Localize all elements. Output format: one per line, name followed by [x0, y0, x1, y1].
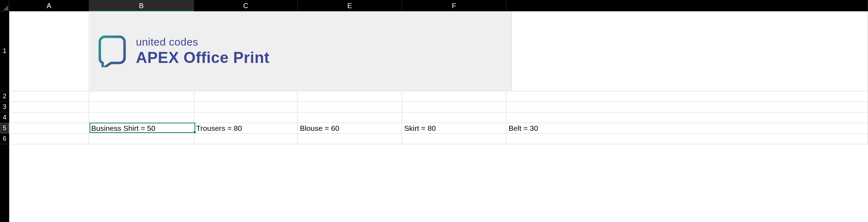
cell-A2[interactable]	[9, 91, 89, 102]
row-header-label: 6	[3, 135, 6, 142]
spreadsheet: ABCEF 123456 Business Shirt = 50Trousers…	[0, 0, 868, 222]
logo-line2: APEX Office Print	[136, 49, 270, 66]
logo-merged-cell[interactable]: united codesAPEX Office Print	[90, 11, 512, 91]
column-header-A[interactable]: A	[9, 0, 89, 11]
cell-F6[interactable]	[402, 134, 506, 144]
row-header-1[interactable]: 1	[0, 11, 9, 91]
cell-A5[interactable]	[9, 123, 89, 134]
row-header-label: 1	[3, 47, 6, 55]
cell-C3[interactable]	[194, 102, 298, 112]
cell-A4[interactable]	[9, 112, 89, 123]
column-header-E[interactable]: E	[298, 0, 402, 11]
logo: united codesAPEX Office Print	[98, 35, 270, 67]
cell-B3[interactable]	[89, 102, 194, 112]
cell-B4[interactable]	[89, 112, 194, 123]
row-headers: 123456	[0, 11, 9, 222]
row-header-label: 5	[3, 124, 6, 132]
cell-A6[interactable]	[9, 134, 89, 144]
cell-C6[interactable]	[194, 134, 298, 144]
cell-F2[interactable]	[402, 91, 506, 102]
cell-value: Trousers = 80	[196, 124, 242, 133]
cell-col54[interactable]	[506, 112, 868, 123]
cell-E4[interactable]	[298, 112, 402, 123]
select-all-corner[interactable]	[0, 0, 9, 11]
row-header-2[interactable]: 2	[0, 91, 9, 102]
cell-C4[interactable]	[194, 112, 298, 123]
column-header-label: F	[452, 2, 456, 10]
column-header-blank[interactable]	[506, 0, 868, 11]
column-header-label: B	[139, 2, 144, 10]
cell-F4[interactable]	[402, 112, 506, 123]
row-header-label: 2	[3, 93, 6, 100]
select-all-triangle-icon	[3, 5, 8, 10]
column-headers: ABCEF	[9, 0, 868, 11]
cell-value: Business Shirt = 50	[91, 124, 156, 133]
cell-E2[interactable]	[298, 91, 402, 102]
cell-E3[interactable]	[298, 102, 402, 112]
row-header-5[interactable]: 5	[0, 123, 9, 134]
column-header-label: C	[243, 2, 248, 10]
cell-col53[interactable]	[506, 102, 868, 112]
cell-C5[interactable]: Trousers = 80	[194, 123, 298, 134]
cell-F3[interactable]	[402, 102, 506, 112]
cell-value: Skirt = 80	[404, 124, 436, 133]
cell-B2[interactable]	[89, 91, 194, 102]
column-header-C[interactable]: C	[194, 0, 298, 11]
row-header-label: 3	[3, 103, 6, 111]
cell-col55[interactable]: Belt = 30	[506, 123, 868, 134]
column-header-F[interactable]: F	[402, 0, 506, 11]
cell-E5[interactable]: Blouse = 60	[298, 123, 402, 134]
document-icon	[98, 35, 126, 67]
column-header-label: E	[347, 2, 352, 10]
cell-E6[interactable]	[298, 134, 402, 144]
cell-F5[interactable]: Skirt = 80	[402, 123, 506, 134]
cell-value: Blouse = 60	[300, 124, 339, 133]
cell-C2[interactable]	[194, 91, 298, 102]
cell-col51[interactable]	[506, 11, 868, 91]
row-header-4[interactable]: 4	[0, 112, 9, 123]
cell-col52[interactable]	[506, 91, 868, 102]
cell-grid[interactable]: Business Shirt = 50Trousers = 80Blouse =…	[9, 11, 868, 222]
cell-A3[interactable]	[9, 102, 89, 112]
cell-col56[interactable]	[506, 134, 868, 144]
cell-B5[interactable]: Business Shirt = 50	[89, 123, 194, 134]
column-header-B[interactable]: B	[89, 0, 194, 11]
cell-A1[interactable]	[9, 11, 89, 91]
column-header-label: A	[47, 2, 51, 10]
logo-text: united codesAPEX Office Print	[136, 36, 270, 66]
cell-value: Belt = 30	[508, 124, 538, 133]
cell-B6[interactable]	[89, 134, 194, 144]
row-header-3[interactable]: 3	[0, 102, 9, 112]
logo-line1: united codes	[136, 36, 270, 48]
row-header-label: 4	[3, 114, 6, 121]
row-header-6[interactable]: 6	[0, 134, 9, 144]
